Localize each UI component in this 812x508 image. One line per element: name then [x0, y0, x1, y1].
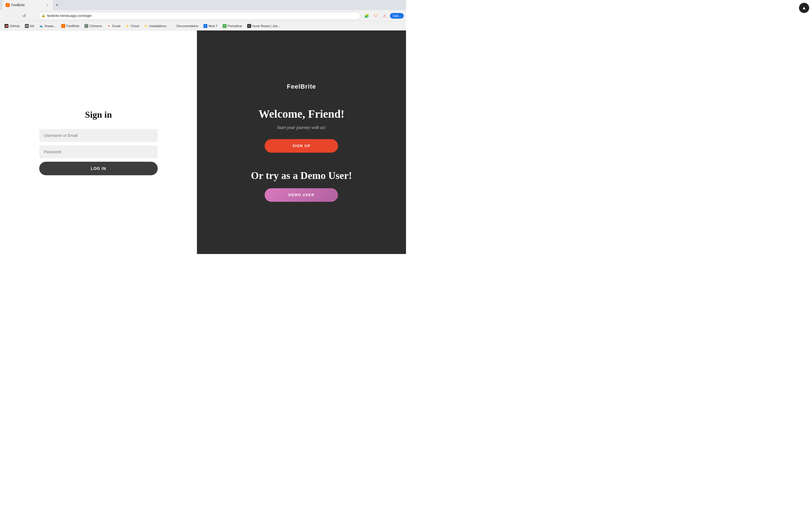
sign-up-button[interactable]: SIGN UP	[265, 139, 338, 153]
github-label: GitHub	[10, 24, 20, 28]
forward-button[interactable]: ›	[11, 12, 19, 20]
feelbrite-favicon: ⚡	[61, 24, 65, 28]
huntr-favicon: H	[247, 24, 251, 28]
bookmark-feelbrite[interactable]: ⚡ FeelBrite	[59, 23, 82, 29]
bookmark-sneax[interactable]: 👟 Sneax...	[37, 23, 58, 29]
tab-title: FeelBrite	[11, 3, 43, 7]
address-bar[interactable]: 🔒 feelbrite.herokuapp.com/login	[38, 12, 361, 20]
github-favicon: 🐙	[4, 24, 8, 28]
welcome-title: Welcome, Friend!	[259, 107, 344, 121]
tab-favicon: ⚡	[6, 3, 10, 7]
brand-name: FeelBrite	[287, 83, 316, 90]
new-tab-button[interactable]: +	[53, 1, 61, 9]
login-button[interactable]: LOG IN	[39, 162, 158, 175]
back-button[interactable]: ‹	[2, 12, 10, 20]
page-content: Sign in LOG IN FeelBrite Welcome, Friend…	[0, 31, 406, 254]
gmail-favicon: M	[107, 24, 111, 28]
chimera-favicon: 🦎	[84, 24, 88, 28]
welcome-panel: FeelBrite Welcome, Friend! Start your jo…	[197, 31, 406, 254]
tab-bar: ⚡ FeelBrite × +	[0, 0, 406, 10]
brave-shield-icon[interactable]: 🛡	[372, 12, 380, 20]
cloud-favicon: 📁	[126, 24, 130, 28]
bookmark-huntr[interactable]: H Huntr Board | Job...	[245, 23, 283, 29]
cloud-label: Cloud	[131, 24, 139, 28]
tab-close-button[interactable]: ×	[45, 3, 50, 7]
nav-bar: ‹ › ↺ 🔒 feelbrite.herokuapp.com/login 🧩 …	[0, 10, 406, 22]
sign-in-title: Sign in	[85, 110, 112, 120]
installations-label: Installations	[149, 24, 167, 28]
lock-icon: 🔒	[42, 14, 45, 17]
address-text: feelbrite.herokuapp.com/login	[47, 14, 357, 18]
welcome-subtitle: Start your journey with us!	[277, 125, 326, 130]
browser-chrome: ⚡ FeelBrite × + ‹ › ↺ 🔒 feelbrite.heroku…	[0, 0, 406, 31]
update-button[interactable]: Upd...	[390, 13, 404, 18]
feelbrite-label: FeelBrite	[66, 24, 79, 28]
password-input[interactable]	[39, 145, 158, 158]
bookmark-mod7[interactable]: 7 Mod 7	[201, 23, 220, 29]
extensions-button[interactable]: 🧩	[363, 12, 371, 20]
bookmark-aa[interactable]: AA AA	[22, 23, 36, 29]
login-panel: Sign in LOG IN	[0, 31, 197, 254]
bookmark-cloud[interactable]: 📁 Cloud	[123, 23, 141, 29]
aa-favicon: AA	[25, 24, 29, 28]
demo-title: Or try as a Demo User!	[251, 170, 352, 181]
installations-favicon: 📁	[144, 24, 148, 28]
bookmark-gmail[interactable]: M Gmail	[105, 23, 123, 29]
bookmark-docs[interactable]: 📄 Documentation	[169, 23, 200, 29]
alert-icon[interactable]: ⚠	[381, 12, 389, 20]
demo-user-button[interactable]: DEMO USER	[265, 188, 338, 202]
bookmark-github[interactable]: 🐙 GitHub	[2, 23, 22, 29]
bookmarks-bar: 🐙 GitHub AA AA 👟 Sneax... ⚡ FeelBrite 🦎 …	[0, 22, 406, 31]
username-input[interactable]	[39, 129, 158, 142]
nav-actions: 🧩 🛡 ⚠ Upd...	[363, 12, 404, 20]
huntr-label: Huntr Board | Job...	[252, 24, 280, 28]
mod7-favicon: 7	[204, 24, 208, 28]
active-tab[interactable]: ⚡ FeelBrite ×	[2, 0, 53, 10]
bookmark-button[interactable]	[29, 12, 37, 20]
docs-favicon: 📄	[172, 24, 176, 28]
gmail-label: Gmail	[112, 24, 121, 28]
periodical-label: Periodical	[228, 24, 242, 28]
docs-label: Documentation	[177, 24, 198, 28]
aa-label: AA	[30, 24, 34, 28]
sneax-label: Sneax...	[44, 24, 56, 28]
bookmark-periodical[interactable]: P Periodical	[220, 23, 244, 29]
chimera-label: Chimera	[89, 24, 101, 28]
reload-button[interactable]: ↺	[20, 12, 28, 20]
periodical-favicon: P	[223, 24, 227, 28]
bookmark-chimera[interactable]: 🦎 Chimera	[82, 23, 104, 29]
bookmark-installations[interactable]: 📁 Installations	[142, 23, 169, 29]
mod7-label: Mod 7	[209, 24, 218, 28]
sneax-favicon: 👟	[39, 24, 43, 28]
